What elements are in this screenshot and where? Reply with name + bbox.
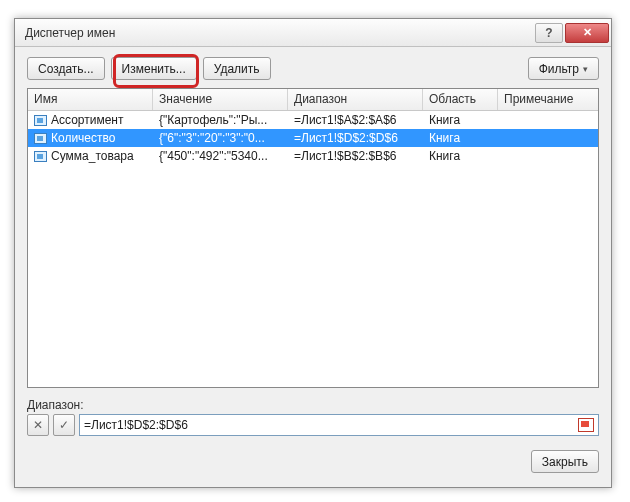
row-name: Ассортимент xyxy=(51,113,123,127)
help-button[interactable] xyxy=(535,23,563,43)
close-window-button[interactable] xyxy=(565,23,609,43)
row-value: {"450":"492":"5340... xyxy=(153,149,288,163)
name-icon xyxy=(34,115,47,126)
table-row[interactable]: Сумма_товара{"450":"492":"5340...=Лист1!… xyxy=(28,147,598,165)
col-value[interactable]: Значение xyxy=(153,89,288,110)
row-scope: Книга xyxy=(423,113,498,127)
row-name: Сумма_товара xyxy=(51,149,134,163)
row-scope: Книга xyxy=(423,149,498,163)
collapse-dialog-icon[interactable] xyxy=(578,418,594,432)
name-manager-dialog: Диспетчер имен Создать... Изменить... Уд… xyxy=(14,18,612,488)
row-value: {"6":"3":"20":"3":"0... xyxy=(153,131,288,145)
col-comment[interactable]: Примечание xyxy=(498,89,598,110)
table-row[interactable]: Ассортимент{"Картофель":"Ры...=Лист1!$A$… xyxy=(28,111,598,129)
close-button[interactable]: Закрыть xyxy=(531,450,599,473)
range-editor: ✕ ✓ =Лист1!$D$2:$D$6 xyxy=(27,414,599,436)
row-scope: Книга xyxy=(423,131,498,145)
toolbar: Создать... Изменить... Удалить Фильтр xyxy=(15,47,611,88)
col-range[interactable]: Диапазон xyxy=(288,89,423,110)
edit-button[interactable]: Изменить... xyxy=(111,57,197,80)
table-row[interactable]: Количество{"6":"3":"20":"3":"0...=Лист1!… xyxy=(28,129,598,147)
filter-button[interactable]: Фильтр xyxy=(528,57,599,80)
accept-range-button[interactable]: ✓ xyxy=(53,414,75,436)
range-input[interactable]: =Лист1!$D$2:$D$6 xyxy=(79,414,599,436)
dialog-title: Диспетчер имен xyxy=(25,26,535,40)
names-listview[interactable]: Имя Значение Диапазон Область Примечание… xyxy=(27,88,599,388)
range-value: =Лист1!$D$2:$D$6 xyxy=(84,418,578,432)
row-value: {"Картофель":"Ры... xyxy=(153,113,288,127)
titlebar: Диспетчер имен xyxy=(15,19,611,47)
name-icon xyxy=(34,151,47,162)
cancel-range-button[interactable]: ✕ xyxy=(27,414,49,436)
create-button[interactable]: Создать... xyxy=(27,57,105,80)
col-scope[interactable]: Область xyxy=(423,89,498,110)
delete-button[interactable]: Удалить xyxy=(203,57,271,80)
row-range: =Лист1!$D$2:$D$6 xyxy=(288,131,423,145)
column-headers: Имя Значение Диапазон Область Примечание xyxy=(28,89,598,111)
name-icon xyxy=(34,133,47,144)
range-label: Диапазон: xyxy=(27,398,599,412)
dialog-footer: Закрыть xyxy=(15,436,611,473)
row-name: Количество xyxy=(51,131,115,145)
row-range: =Лист1!$B$2:$B$6 xyxy=(288,149,423,163)
col-name[interactable]: Имя xyxy=(28,89,153,110)
row-range: =Лист1!$A$2:$A$6 xyxy=(288,113,423,127)
